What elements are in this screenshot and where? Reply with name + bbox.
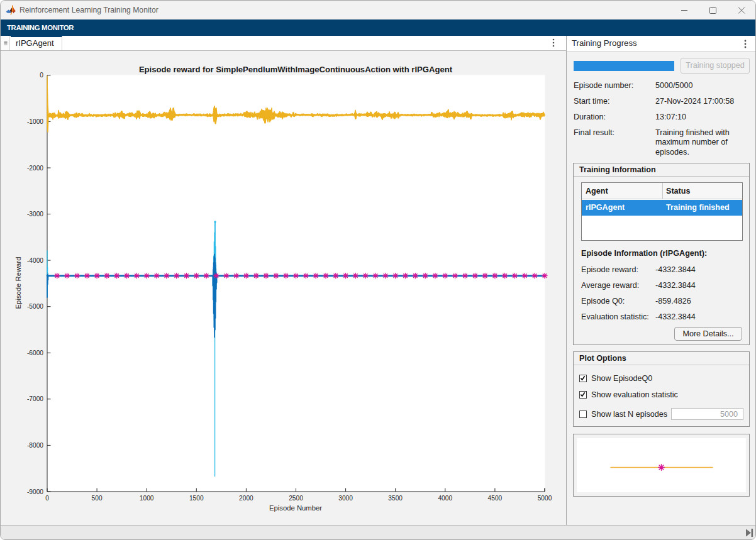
svg-text:1000: 1000 bbox=[140, 495, 154, 502]
svg-text:-4000: -4000 bbox=[27, 257, 43, 264]
svg-text:0: 0 bbox=[45, 495, 49, 502]
svg-text:-1000: -1000 bbox=[27, 118, 43, 125]
svg-text:3000: 3000 bbox=[338, 495, 353, 502]
svg-text:Episode Reward: Episode Reward bbox=[14, 257, 22, 309]
svg-text:4000: 4000 bbox=[438, 495, 452, 502]
svg-text:3500: 3500 bbox=[388, 495, 403, 502]
svg-text:-5000: -5000 bbox=[27, 303, 43, 310]
svg-text:-2000: -2000 bbox=[27, 165, 43, 172]
svg-text:-8000: -8000 bbox=[27, 442, 43, 449]
svg-text:-6000: -6000 bbox=[27, 350, 43, 356]
svg-text:-9000: -9000 bbox=[27, 488, 43, 495]
svg-text:Episode Number: Episode Number bbox=[269, 504, 322, 512]
svg-text:4500: 4500 bbox=[488, 495, 503, 502]
svg-text:500: 500 bbox=[92, 495, 103, 502]
svg-text:Episode reward for SimplePendl: Episode reward for SimplePendlumWithImag… bbox=[139, 65, 453, 74]
svg-text:2500: 2500 bbox=[289, 495, 303, 502]
svg-text:5000: 5000 bbox=[538, 495, 552, 502]
svg-text:1500: 1500 bbox=[189, 495, 204, 502]
svg-text:0: 0 bbox=[40, 72, 43, 79]
svg-text:-7000: -7000 bbox=[27, 395, 43, 402]
svg-text:2000: 2000 bbox=[239, 495, 253, 502]
svg-text:-3000: -3000 bbox=[27, 211, 43, 218]
